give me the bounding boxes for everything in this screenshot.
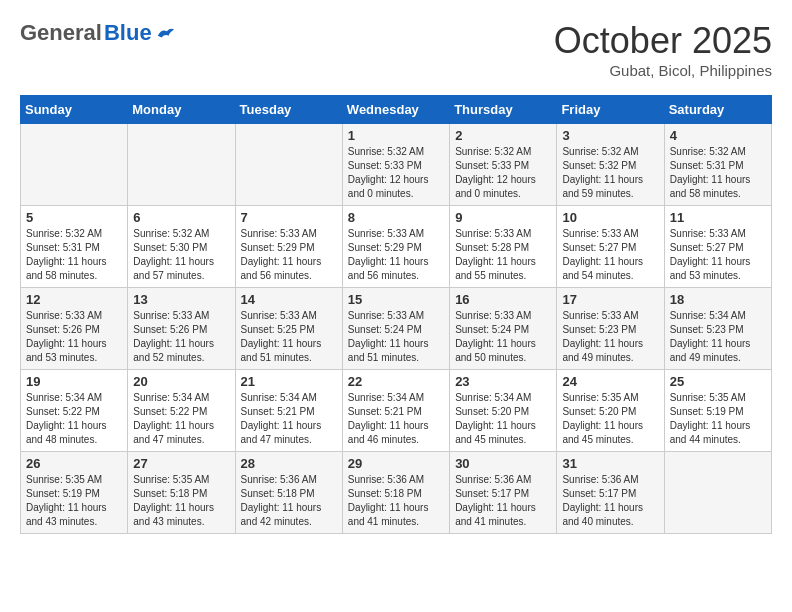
day-info: Sunrise: 5:34 AM Sunset: 5:23 PM Dayligh…	[670, 309, 766, 365]
logo-general-text: General	[20, 20, 102, 46]
day-number: 6	[133, 210, 229, 225]
day-number: 20	[133, 374, 229, 389]
day-info: Sunrise: 5:33 AM Sunset: 5:26 PM Dayligh…	[26, 309, 122, 365]
day-number: 31	[562, 456, 658, 471]
day-info: Sunrise: 5:33 AM Sunset: 5:29 PM Dayligh…	[348, 227, 444, 283]
day-info: Sunrise: 5:35 AM Sunset: 5:20 PM Dayligh…	[562, 391, 658, 447]
calendar-cell: 30Sunrise: 5:36 AM Sunset: 5:17 PM Dayli…	[450, 452, 557, 534]
calendar-cell: 8Sunrise: 5:33 AM Sunset: 5:29 PM Daylig…	[342, 206, 449, 288]
calendar-cell: 10Sunrise: 5:33 AM Sunset: 5:27 PM Dayli…	[557, 206, 664, 288]
day-number: 12	[26, 292, 122, 307]
calendar-cell: 20Sunrise: 5:34 AM Sunset: 5:22 PM Dayli…	[128, 370, 235, 452]
calendar-cell	[235, 124, 342, 206]
day-info: Sunrise: 5:33 AM Sunset: 5:23 PM Dayligh…	[562, 309, 658, 365]
day-number: 17	[562, 292, 658, 307]
day-info: Sunrise: 5:32 AM Sunset: 5:31 PM Dayligh…	[670, 145, 766, 201]
calendar-cell	[21, 124, 128, 206]
weekday-header: Saturday	[664, 96, 771, 124]
weekday-header: Tuesday	[235, 96, 342, 124]
day-info: Sunrise: 5:36 AM Sunset: 5:17 PM Dayligh…	[562, 473, 658, 529]
day-number: 30	[455, 456, 551, 471]
day-number: 24	[562, 374, 658, 389]
day-info: Sunrise: 5:35 AM Sunset: 5:18 PM Dayligh…	[133, 473, 229, 529]
title-block: October 2025 Gubat, Bicol, Philippines	[554, 20, 772, 79]
calendar-cell: 7Sunrise: 5:33 AM Sunset: 5:29 PM Daylig…	[235, 206, 342, 288]
day-number: 3	[562, 128, 658, 143]
day-number: 4	[670, 128, 766, 143]
day-number: 22	[348, 374, 444, 389]
calendar-cell: 9Sunrise: 5:33 AM Sunset: 5:28 PM Daylig…	[450, 206, 557, 288]
day-info: Sunrise: 5:33 AM Sunset: 5:25 PM Dayligh…	[241, 309, 337, 365]
day-number: 18	[670, 292, 766, 307]
page-header: GeneralBlue October 2025 Gubat, Bicol, P…	[20, 20, 772, 79]
calendar-cell: 17Sunrise: 5:33 AM Sunset: 5:23 PM Dayli…	[557, 288, 664, 370]
day-number: 9	[455, 210, 551, 225]
calendar-cell	[128, 124, 235, 206]
day-info: Sunrise: 5:34 AM Sunset: 5:21 PM Dayligh…	[348, 391, 444, 447]
day-info: Sunrise: 5:33 AM Sunset: 5:29 PM Dayligh…	[241, 227, 337, 283]
day-number: 28	[241, 456, 337, 471]
day-info: Sunrise: 5:36 AM Sunset: 5:18 PM Dayligh…	[348, 473, 444, 529]
calendar-cell: 22Sunrise: 5:34 AM Sunset: 5:21 PM Dayli…	[342, 370, 449, 452]
calendar-cell: 28Sunrise: 5:36 AM Sunset: 5:18 PM Dayli…	[235, 452, 342, 534]
day-info: Sunrise: 5:33 AM Sunset: 5:27 PM Dayligh…	[562, 227, 658, 283]
day-number: 7	[241, 210, 337, 225]
day-info: Sunrise: 5:33 AM Sunset: 5:24 PM Dayligh…	[348, 309, 444, 365]
calendar-cell	[664, 452, 771, 534]
day-info: Sunrise: 5:35 AM Sunset: 5:19 PM Dayligh…	[26, 473, 122, 529]
calendar-cell: 19Sunrise: 5:34 AM Sunset: 5:22 PM Dayli…	[21, 370, 128, 452]
day-number: 2	[455, 128, 551, 143]
day-info: Sunrise: 5:33 AM Sunset: 5:27 PM Dayligh…	[670, 227, 766, 283]
location: Gubat, Bicol, Philippines	[554, 62, 772, 79]
calendar-week-row: 26Sunrise: 5:35 AM Sunset: 5:19 PM Dayli…	[21, 452, 772, 534]
day-info: Sunrise: 5:34 AM Sunset: 5:22 PM Dayligh…	[133, 391, 229, 447]
day-number: 8	[348, 210, 444, 225]
calendar-cell: 11Sunrise: 5:33 AM Sunset: 5:27 PM Dayli…	[664, 206, 771, 288]
calendar-week-row: 1Sunrise: 5:32 AM Sunset: 5:33 PM Daylig…	[21, 124, 772, 206]
day-number: 1	[348, 128, 444, 143]
calendar-week-row: 5Sunrise: 5:32 AM Sunset: 5:31 PM Daylig…	[21, 206, 772, 288]
day-info: Sunrise: 5:33 AM Sunset: 5:24 PM Dayligh…	[455, 309, 551, 365]
day-number: 16	[455, 292, 551, 307]
calendar-cell: 2Sunrise: 5:32 AM Sunset: 5:33 PM Daylig…	[450, 124, 557, 206]
day-number: 5	[26, 210, 122, 225]
calendar-cell: 3Sunrise: 5:32 AM Sunset: 5:32 PM Daylig…	[557, 124, 664, 206]
calendar-cell: 16Sunrise: 5:33 AM Sunset: 5:24 PM Dayli…	[450, 288, 557, 370]
day-number: 19	[26, 374, 122, 389]
weekday-header-row: SundayMondayTuesdayWednesdayThursdayFrid…	[21, 96, 772, 124]
month-title: October 2025	[554, 20, 772, 62]
day-info: Sunrise: 5:34 AM Sunset: 5:22 PM Dayligh…	[26, 391, 122, 447]
calendar-cell: 15Sunrise: 5:33 AM Sunset: 5:24 PM Dayli…	[342, 288, 449, 370]
day-info: Sunrise: 5:32 AM Sunset: 5:32 PM Dayligh…	[562, 145, 658, 201]
day-number: 23	[455, 374, 551, 389]
logo-bird-icon	[156, 26, 174, 40]
calendar-cell: 4Sunrise: 5:32 AM Sunset: 5:31 PM Daylig…	[664, 124, 771, 206]
calendar-week-row: 12Sunrise: 5:33 AM Sunset: 5:26 PM Dayli…	[21, 288, 772, 370]
day-number: 26	[26, 456, 122, 471]
weekday-header: Sunday	[21, 96, 128, 124]
calendar-cell: 5Sunrise: 5:32 AM Sunset: 5:31 PM Daylig…	[21, 206, 128, 288]
day-info: Sunrise: 5:32 AM Sunset: 5:33 PM Dayligh…	[348, 145, 444, 201]
day-info: Sunrise: 5:32 AM Sunset: 5:33 PM Dayligh…	[455, 145, 551, 201]
calendar-week-row: 19Sunrise: 5:34 AM Sunset: 5:22 PM Dayli…	[21, 370, 772, 452]
calendar-cell: 13Sunrise: 5:33 AM Sunset: 5:26 PM Dayli…	[128, 288, 235, 370]
day-info: Sunrise: 5:36 AM Sunset: 5:18 PM Dayligh…	[241, 473, 337, 529]
logo-blue-text: Blue	[104, 20, 152, 46]
calendar-cell: 12Sunrise: 5:33 AM Sunset: 5:26 PM Dayli…	[21, 288, 128, 370]
day-number: 15	[348, 292, 444, 307]
day-info: Sunrise: 5:34 AM Sunset: 5:20 PM Dayligh…	[455, 391, 551, 447]
day-number: 11	[670, 210, 766, 225]
weekday-header: Monday	[128, 96, 235, 124]
day-number: 25	[670, 374, 766, 389]
day-number: 14	[241, 292, 337, 307]
day-info: Sunrise: 5:33 AM Sunset: 5:28 PM Dayligh…	[455, 227, 551, 283]
calendar-cell: 23Sunrise: 5:34 AM Sunset: 5:20 PM Dayli…	[450, 370, 557, 452]
calendar-cell: 27Sunrise: 5:35 AM Sunset: 5:18 PM Dayli…	[128, 452, 235, 534]
calendar-cell: 14Sunrise: 5:33 AM Sunset: 5:25 PM Dayli…	[235, 288, 342, 370]
calendar-table: SundayMondayTuesdayWednesdayThursdayFrid…	[20, 95, 772, 534]
calendar-cell: 21Sunrise: 5:34 AM Sunset: 5:21 PM Dayli…	[235, 370, 342, 452]
weekday-header: Friday	[557, 96, 664, 124]
day-info: Sunrise: 5:34 AM Sunset: 5:21 PM Dayligh…	[241, 391, 337, 447]
calendar-cell: 25Sunrise: 5:35 AM Sunset: 5:19 PM Dayli…	[664, 370, 771, 452]
calendar-cell: 6Sunrise: 5:32 AM Sunset: 5:30 PM Daylig…	[128, 206, 235, 288]
